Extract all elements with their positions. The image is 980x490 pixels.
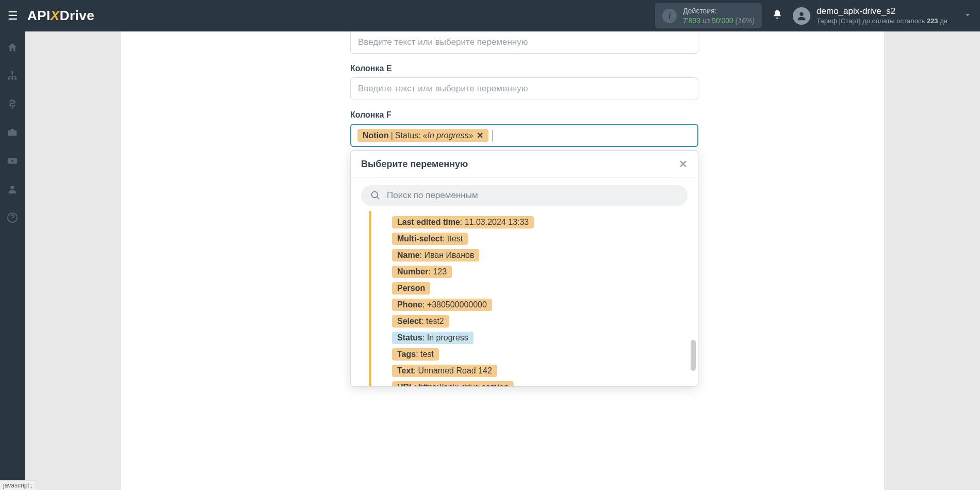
home-icon[interactable]: [7, 42, 18, 56]
close-icon[interactable]: ✕: [679, 158, 688, 170]
svg-rect-1: [11, 71, 13, 73]
logo[interactable]: APIXDrive: [27, 8, 94, 24]
variable-option[interactable]: Number: 123: [392, 266, 452, 278]
bell-icon[interactable]: [772, 9, 782, 22]
profile-icon[interactable]: [7, 184, 18, 198]
logo-drive: Drive: [60, 8, 95, 23]
logo-api: API: [27, 8, 51, 23]
browser-status-bar: javascript:;: [0, 480, 36, 490]
dropdown-title: Выберите переменную: [361, 159, 468, 170]
column-d-input[interactable]: [350, 31, 698, 54]
user-name: demo_apix-drive_s2: [816, 6, 948, 17]
search-icon: [370, 190, 381, 201]
svg-rect-4: [15, 78, 17, 80]
variable-option[interactable]: Phone: +380500000000: [392, 299, 492, 311]
svg-point-6: [10, 186, 14, 189]
content-area: Колонка E Колонка F Notion | Status: «In…: [25, 31, 980, 490]
actions-label: Действия:: [683, 6, 755, 15]
topbar: ☰ APIXDrive i Действия: 7'893 из 50'000 …: [0, 0, 980, 31]
variable-search[interactable]: [361, 185, 688, 206]
logo-x: X: [51, 8, 60, 23]
column-f-input[interactable]: Notion | Status: «In progress» ✕: [350, 124, 698, 147]
actions-numbers: 7'893 из 50'000 (16%): [683, 16, 755, 25]
variable-option[interactable]: Name: Иван Иванов: [392, 249, 479, 262]
variable-option[interactable]: Last edited time: 11.03.2024 13:33: [392, 216, 534, 228]
sidebar: [0, 31, 25, 490]
variable-option[interactable]: Text: Unnamed Road 142: [392, 365, 497, 377]
help-icon[interactable]: [7, 212, 18, 226]
variable-list[interactable]: Last edited time: 11.03.2024 13:33Multi-…: [369, 211, 693, 386]
variable-option[interactable]: Person: [392, 282, 430, 295]
user-tariff: Тариф |Старт| до оплаты осталось 223 дн: [816, 17, 948, 26]
connections-icon[interactable]: [7, 70, 18, 84]
variable-dropdown: Выберите переменную ✕ Last edited time: …: [350, 150, 698, 387]
svg-rect-2: [8, 78, 10, 80]
video-icon[interactable]: [7, 155, 18, 169]
text-cursor: [493, 130, 493, 141]
column-f-label: Колонка F: [350, 110, 698, 120]
info-icon: i: [662, 9, 677, 23]
svg-rect-3: [11, 78, 13, 80]
briefcase-icon[interactable]: [7, 127, 18, 141]
svg-point-0: [799, 12, 803, 15]
billing-icon[interactable]: [7, 99, 18, 112]
main-panel: Колонка E Колонка F Notion | Status: «In…: [121, 31, 884, 490]
chip-remove-icon[interactable]: ✕: [477, 130, 483, 140]
column-e-input[interactable]: [350, 77, 698, 100]
variable-option[interactable]: Multi-select: ttest: [392, 233, 468, 245]
selected-variable-chip[interactable]: Notion | Status: «In progress» ✕: [357, 129, 488, 142]
variable-option[interactable]: Tags: test: [392, 348, 439, 361]
avatar-icon[interactable]: [793, 7, 810, 25]
chevron-down-icon[interactable]: [948, 10, 972, 22]
variable-search-input[interactable]: [387, 190, 678, 201]
user-info[interactable]: demo_apix-drive_s2 Тариф |Старт| до опла…: [816, 6, 948, 26]
actions-counter[interactable]: i Действия: 7'893 из 50'000 (16%): [655, 3, 762, 28]
variable-option[interactable]: Status: In progress: [392, 332, 473, 344]
scrollbar-thumb[interactable]: [691, 340, 696, 371]
variable-option[interactable]: URL: https://apix-drive.com/en: [392, 381, 514, 386]
menu-toggle-icon[interactable]: ☰: [8, 9, 18, 23]
column-e-label: Колонка E: [350, 64, 698, 73]
variable-option[interactable]: Select: test2: [392, 315, 449, 328]
